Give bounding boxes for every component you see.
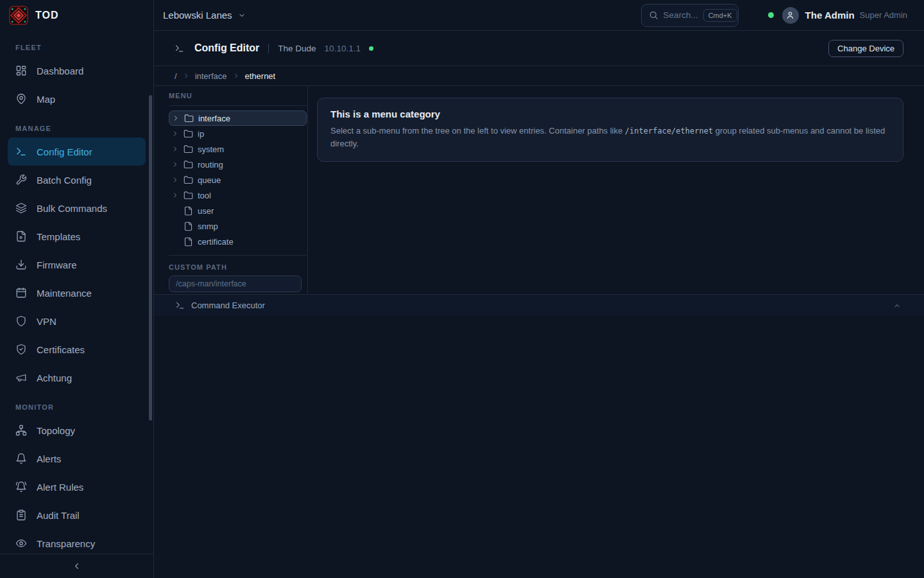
card-title: This is a menu category: [330, 109, 890, 119]
menu-tree-panel: MENU interface ip syst: [154, 86, 308, 294]
custom-path-label: CUSTOM PATH: [169, 263, 307, 276]
custom-path-input[interactable]: [169, 276, 302, 292]
chevron-right-icon[interactable]: [171, 130, 179, 137]
brand: TOD: [0, 0, 153, 31]
tree-item-ip[interactable]: ip: [169, 126, 307, 141]
tree-item-label: certificate: [198, 237, 234, 247]
sidebar-item-label: Dashboard: [37, 66, 83, 76]
org-name: Lebowski Lanes: [163, 10, 232, 21]
sidebar-item-bulk-commands[interactable]: Bulk Commands: [8, 194, 146, 222]
breadcrumb-item-ethernet: ethernet: [245, 71, 276, 81]
tree-item-interface[interactable]: interface: [169, 110, 307, 126]
device-name: The Dude: [278, 44, 316, 53]
sidebar-item-maintenance[interactable]: Maintenance: [8, 279, 146, 307]
sidebar-item-config-editor[interactable]: Config Editor: [8, 137, 146, 166]
tree-item-label: ip: [198, 129, 204, 139]
terminal-icon: [15, 146, 27, 157]
tree-item-system[interactable]: system: [169, 141, 307, 157]
tree-item-snmp[interactable]: snmp: [169, 218, 307, 234]
folder-icon: [184, 129, 193, 139]
topbar: Lebowski Lanes Search... Cmd+K The Admin…: [154, 0, 924, 31]
card-description: Select a sub-menu from the tree on the l…: [330, 125, 890, 150]
sidebar-item-alert-rules[interactable]: Alert Rules: [8, 473, 146, 501]
file-icon: [184, 237, 193, 247]
file-icon: [184, 222, 193, 231]
sidebar-item-label: Maintenance: [37, 288, 92, 299]
sidebar-item-achtung[interactable]: Achtung: [8, 363, 146, 392]
sidebar-item-certificates[interactable]: Certificates: [8, 335, 146, 363]
tree-item-label: interface: [198, 114, 230, 123]
search-input[interactable]: Search... Cmd+K: [641, 4, 739, 27]
tree-item-user[interactable]: user: [169, 203, 307, 218]
layers-icon: [15, 202, 27, 214]
sidebar-item-label: Topology: [37, 425, 75, 436]
command-executor-bar[interactable]: Command Executor: [154, 294, 924, 316]
folder-icon: [184, 191, 193, 200]
sidebar-item-alerts[interactable]: Alerts: [8, 444, 146, 473]
content-panel: This is a menu category Select a sub-men…: [308, 86, 924, 294]
shield-check-icon: [15, 344, 27, 355]
sidebar-item-dashboard[interactable]: Dashboard: [8, 57, 146, 85]
header-divider: [268, 44, 269, 53]
sidebar-collapse-button[interactable]: [0, 554, 153, 578]
breadcrumb-item-interface[interactable]: interface: [195, 71, 227, 81]
tree-item-routing[interactable]: routing: [169, 157, 307, 172]
section-label-manage: MANAGE: [8, 113, 146, 137]
folder-icon: [184, 114, 194, 123]
sidebar: TOD FLEET Dashboard Map MANAGE Config Ed…: [0, 0, 154, 578]
sidebar-item-label: Alert Rules: [37, 482, 83, 493]
chevron-right-icon[interactable]: [171, 145, 179, 153]
breadcrumb-root[interactable]: /: [175, 71, 177, 81]
tree-item-label: routing: [198, 160, 223, 170]
chevron-right-icon[interactable]: [171, 191, 179, 199]
topbar-right: Search... Cmd+K The Admin Super Admin: [641, 4, 914, 27]
section-label-fleet: FLEET: [8, 32, 146, 57]
sidebar-item-label: Batch Config: [37, 175, 92, 186]
tree-item-label: system: [198, 144, 224, 154]
sidebar-item-batch-config[interactable]: Batch Config: [8, 166, 146, 194]
sidebar-item-firmware[interactable]: Firmware: [8, 250, 146, 279]
download-icon: [15, 259, 27, 270]
chevron-right-icon[interactable]: [172, 114, 180, 122]
sidebar-scrollbar[interactable]: [149, 95, 152, 421]
tree-item-tool[interactable]: tool: [169, 188, 307, 203]
bell-ring-icon: [15, 481, 27, 493]
sidebar-item-transparency[interactable]: Transparency: [8, 529, 146, 554]
org-switcher[interactable]: Lebowski Lanes: [163, 10, 246, 21]
tree-item-queue[interactable]: queue: [169, 172, 307, 188]
connection-status-dot: [768, 12, 774, 18]
eye-icon: [15, 538, 27, 549]
sidebar-item-label: Map: [37, 94, 55, 105]
sidebar-item-label: Audit Trail: [37, 510, 80, 521]
dashboard-icon: [15, 65, 27, 76]
file-icon: [184, 206, 193, 216]
megaphone-icon: [15, 372, 27, 383]
folder-icon: [184, 144, 193, 154]
sidebar-item-templates[interactable]: Templates: [8, 222, 146, 250]
rune-diamond-icon: [9, 6, 28, 25]
path-code: /interface/ethernet: [625, 127, 713, 136]
sidebar-item-vpn[interactable]: VPN: [8, 307, 146, 335]
command-executor-label: Command Executor: [191, 301, 265, 310]
sidebar-item-label: Certificates: [37, 344, 85, 355]
avatar[interactable]: [782, 7, 799, 24]
sidebar-item-audit-trail[interactable]: Audit Trail: [8, 501, 146, 529]
change-device-button[interactable]: Change Device: [828, 40, 903, 57]
network-icon: [15, 425, 27, 436]
sidebar-item-topology[interactable]: Topology: [8, 416, 146, 444]
chevron-up-icon[interactable]: [893, 302, 901, 310]
app-root: TOD FLEET Dashboard Map MANAGE Config Ed…: [0, 0, 924, 578]
chevron-left-icon: [72, 561, 81, 571]
chevron-right-icon[interactable]: [171, 161, 179, 168]
chevron-right-icon: [183, 73, 189, 79]
sidebar-nav: FLEET Dashboard Map MANAGE Config Editor…: [0, 31, 153, 554]
tree-item-label: queue: [198, 175, 221, 185]
sidebar-item-label: VPN: [37, 316, 56, 327]
chevron-right-icon: [233, 73, 239, 79]
menu-tree: interface ip system: [169, 110, 307, 249]
tree-item-certificate[interactable]: certificate: [169, 234, 307, 249]
sidebar-item-label: Alerts: [37, 453, 61, 464]
sidebar-item-map[interactable]: Map: [8, 85, 146, 113]
tree-item-label: snmp: [198, 222, 218, 231]
chevron-right-icon[interactable]: [171, 176, 179, 184]
